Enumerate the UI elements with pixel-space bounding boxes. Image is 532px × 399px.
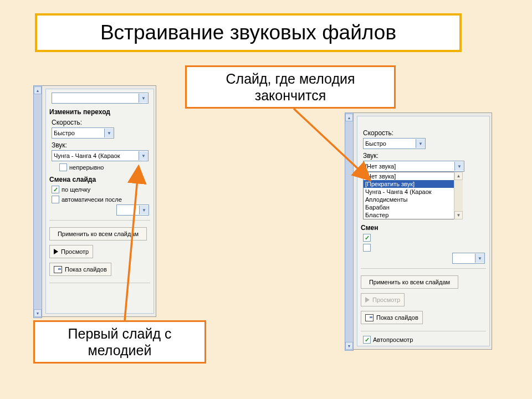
svg-line-1 [294,109,370,180]
callout-arrows [0,0,532,399]
svg-line-0 [125,166,139,320]
